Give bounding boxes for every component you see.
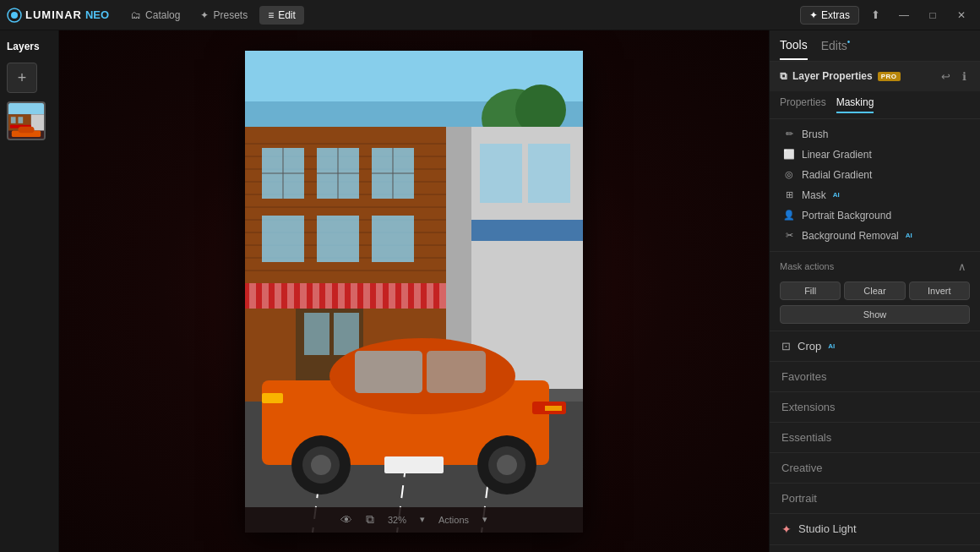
- tab-edits[interactable]: Edits•: [821, 37, 851, 61]
- actions-dropdown-icon: ▾: [482, 514, 487, 525]
- favorites-section: Favorites: [770, 361, 980, 391]
- svg-rect-83: [262, 393, 283, 403]
- layers-stack-icon: ⧉: [780, 70, 787, 82]
- clear-button[interactable]: Clear: [844, 281, 905, 300]
- mask-actions-section: Mask actions ∧ Fill Clear Invert Show: [770, 251, 980, 331]
- crop-title: ⊡ Crop AI: [781, 340, 835, 353]
- mask-ai-badge: AI: [833, 191, 840, 199]
- mask-icon: ⊞: [783, 189, 795, 201]
- close-button[interactable]: ✕: [950, 3, 973, 27]
- svg-rect-6: [11, 117, 16, 123]
- mask-actions-header: Mask actions ∧: [780, 259, 970, 275]
- svg-rect-72: [355, 351, 422, 393]
- photo-frame: 👁 ⧉ 32% ▾ Actions ▾: [245, 51, 583, 533]
- brush-icon: ✏: [783, 128, 795, 140]
- svg-rect-44: [275, 283, 281, 309]
- studio-light-icon: ✦: [781, 522, 792, 536]
- edits-dot: •: [847, 37, 851, 46]
- svg-rect-73: [427, 351, 486, 393]
- svg-rect-54: [401, 283, 408, 309]
- extras-button[interactable]: ✦ Extras: [800, 6, 859, 25]
- svg-rect-65: [528, 144, 570, 203]
- titlebar-left: LUMINAR NEO 🗂 Catalog ✦ Presets ≡ Edit: [7, 6, 304, 25]
- studio-light-section: ✦ Studio Light: [770, 513, 980, 544]
- titlebar-nav: 🗂 Catalog ✦ Presets ≡ Edit: [122, 6, 304, 25]
- edit-nav-btn[interactable]: ≡ Edit: [259, 6, 304, 25]
- tool-background-removal[interactable]: ✂ Background Removal AI: [770, 226, 980, 246]
- radial-gradient-icon: ◎: [783, 169, 795, 181]
- layer-properties-header: ⧉ Layer Properties PRO ↩ ℹ: [770, 62, 980, 91]
- sub-tab-masking[interactable]: Masking: [836, 96, 874, 113]
- thumb-svg: [8, 102, 44, 139]
- titlebar-right: ✦ Extras ⬆ — □ ✕: [800, 3, 973, 27]
- svg-rect-55: [414, 283, 421, 309]
- bg-removal-icon: ✂: [783, 230, 795, 242]
- portrait-bokeh-header[interactable]: ✦ Portrait Bokeh AI: [770, 545, 980, 552]
- crop-section: ⊡ Crop AI: [770, 331, 980, 361]
- extensions-title: Extensions: [781, 401, 836, 413]
- layer-thumbnail[interactable]: [7, 101, 46, 140]
- extras-icon: ✦: [809, 9, 818, 21]
- add-layer-button[interactable]: +: [7, 63, 37, 93]
- portrait-header[interactable]: Portrait: [770, 484, 980, 513]
- edit-icon: ≡: [268, 9, 274, 21]
- tool-brush[interactable]: ✏ Brush: [770, 124, 980, 145]
- main-layout: Layers +: [0, 30, 980, 552]
- svg-rect-46: [300, 283, 307, 309]
- layers-title: Layers: [7, 39, 52, 54]
- sub-tab-properties[interactable]: Properties: [780, 96, 826, 113]
- tool-radial-gradient[interactable]: ◎ Radial Gradient: [770, 165, 980, 185]
- invert-button[interactable]: Invert: [909, 281, 970, 300]
- share-button[interactable]: ⬆: [864, 5, 887, 25]
- tool-linear-gradient[interactable]: ⬜ Linear Gradient: [770, 145, 980, 165]
- studio-light-title: Studio Light: [798, 522, 857, 535]
- studio-light-header[interactable]: ✦ Studio Light: [770, 514, 980, 544]
- eye-icon[interactable]: 👁: [340, 513, 352, 527]
- tool-mask[interactable]: ⊞ Mask AI: [770, 185, 980, 205]
- fill-button[interactable]: Fill: [780, 281, 841, 300]
- titlebar: LUMINAR NEO 🗂 Catalog ✦ Presets ≡ Edit ✦…: [0, 0, 980, 30]
- svg-rect-45: [287, 283, 294, 309]
- photo-svg: [245, 51, 583, 533]
- svg-rect-50: [351, 283, 357, 309]
- tool-portrait-background[interactable]: 👤 Portrait Background: [770, 205, 980, 226]
- mask-actions-collapse[interactable]: ∧: [955, 259, 970, 275]
- logo-neo: NEO: [85, 8, 109, 21]
- essentials-header[interactable]: Essentials: [770, 423, 980, 452]
- minimize-button[interactable]: —: [892, 3, 916, 27]
- favorites-header[interactable]: Favorites: [770, 362, 980, 391]
- pro-badge: PRO: [878, 72, 901, 81]
- svg-rect-38: [262, 216, 304, 262]
- svg-point-79: [497, 455, 517, 475]
- info-button[interactable]: ℹ: [959, 68, 970, 85]
- svg-rect-63: [471, 220, 583, 241]
- layer-thumb-image: [8, 103, 44, 139]
- zoom-dropdown-icon: ▾: [420, 514, 425, 525]
- catalog-nav-btn[interactable]: 🗂 Catalog: [122, 6, 188, 25]
- presets-nav-btn[interactable]: ✦ Presets: [192, 6, 256, 25]
- logo-text: LUMINAR: [25, 8, 82, 21]
- svg-rect-39: [317, 216, 359, 262]
- portrait-bokeh-section: ✦ Portrait Bokeh AI: [770, 544, 980, 552]
- catalog-icon: 🗂: [131, 9, 141, 21]
- actions-label[interactable]: Actions: [438, 515, 469, 525]
- maximize-button[interactable]: □: [921, 3, 945, 27]
- extensions-header[interactable]: Extensions: [770, 392, 980, 422]
- logo-icon: [7, 8, 22, 23]
- svg-rect-42: [249, 283, 256, 309]
- show-button[interactable]: Show: [780, 305, 970, 324]
- svg-rect-7: [18, 117, 23, 123]
- undo-button[interactable]: ↩: [938, 68, 954, 85]
- portrait-section: Portrait: [770, 483, 980, 513]
- svg-rect-59: [304, 313, 329, 355]
- tab-tools[interactable]: Tools: [780, 38, 808, 60]
- svg-rect-56: [427, 283, 433, 309]
- layer-properties-title: ⧉ Layer Properties PRO: [780, 70, 901, 82]
- crop-section-header[interactable]: ⊡ Crop AI: [770, 331, 980, 361]
- masking-tools-list: ✏ Brush ⬜ Linear Gradient ◎ Radial Gradi…: [770, 119, 980, 251]
- creative-header[interactable]: Creative: [770, 453, 980, 483]
- layers-icon[interactable]: ⧉: [366, 512, 374, 527]
- bg-removal-ai-badge: AI: [906, 232, 912, 239]
- svg-rect-40: [372, 216, 414, 262]
- svg-rect-48: [325, 283, 332, 309]
